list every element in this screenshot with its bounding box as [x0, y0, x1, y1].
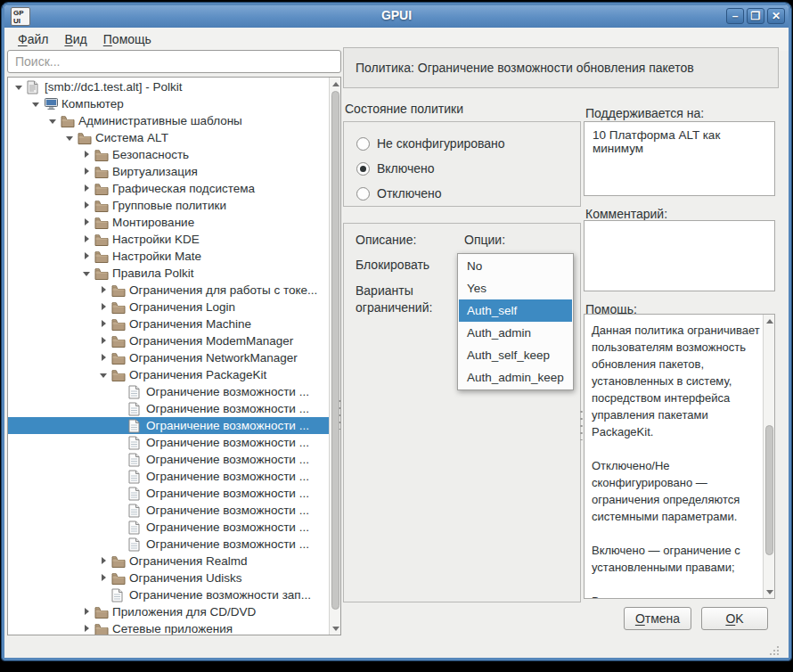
- expander-spacer: [115, 417, 128, 434]
- tree-item[interactable]: Ограничение возможности ...: [8, 519, 328, 536]
- expander-icon[interactable]: [98, 570, 111, 586]
- close-button[interactable]: ✕: [767, 8, 785, 24]
- tree-item-label: Приложения для CD/DVD: [110, 605, 256, 619]
- tree-item[interactable]: Приложения для CD/DVD: [8, 603, 328, 620]
- expander-icon[interactable]: [98, 316, 111, 332]
- tree-item[interactable]: Ограничение возможности ...: [8, 485, 328, 502]
- tree-item[interactable]: Групповые политики: [8, 197, 328, 214]
- expander-icon[interactable]: [13, 78, 27, 95]
- expander-icon[interactable]: [81, 180, 94, 197]
- panel-splitter[interactable]: [338, 397, 342, 430]
- menu-item-view[interactable]: Вид: [56, 29, 94, 49]
- tree-item[interactable]: Настройки Mate: [8, 248, 328, 265]
- dropdown-option[interactable]: Auth_admin: [459, 322, 572, 344]
- tree-item[interactable]: Ограничения Machine: [8, 316, 328, 332]
- tree-scrollbar[interactable]: [329, 78, 340, 635]
- document-icon: [128, 453, 144, 467]
- radio-icon[interactable]: [356, 137, 370, 151]
- expander-icon[interactable]: [81, 603, 94, 620]
- tree-item[interactable]: Ограничение возможности ...: [8, 400, 328, 417]
- tree-item[interactable]: Графическая подсистема: [8, 180, 328, 197]
- document-icon: [128, 436, 144, 450]
- help-scrollbar-thumb[interactable]: [765, 425, 773, 555]
- tree-item[interactable]: Ограничение возможности ...: [8, 536, 328, 553]
- expander-icon[interactable]: [81, 248, 94, 265]
- expander-spacer: [115, 451, 128, 468]
- expander-icon[interactable]: [47, 112, 61, 129]
- expander-icon[interactable]: [81, 163, 94, 180]
- expander-icon[interactable]: [81, 146, 94, 163]
- tree-scrollbar-thumb[interactable]: [331, 91, 339, 610]
- expander-icon[interactable]: [98, 282, 111, 299]
- tree-item[interactable]: Компьютер: [8, 95, 328, 112]
- tree-item[interactable]: Правила Polkit: [8, 265, 328, 282]
- document-icon: [111, 588, 127, 602]
- policy-state-option[interactable]: Отключено: [356, 183, 580, 204]
- dropdown-option[interactable]: Yes: [459, 277, 572, 299]
- tree-item[interactable]: Ограничения Login: [8, 299, 328, 316]
- tree-item[interactable]: Административные шаблоны: [8, 112, 328, 129]
- tree-item[interactable]: Монтирование: [8, 214, 328, 231]
- state-group-label: Состояние политики: [345, 102, 463, 116]
- expander-icon[interactable]: [81, 620, 94, 635]
- expander-icon[interactable]: [81, 265, 94, 282]
- scroll-up-icon[interactable]: [764, 315, 775, 327]
- tree-item[interactable]: Ограничение возможности ...: [8, 468, 328, 485]
- tree-item[interactable]: Безопасность: [8, 146, 328, 163]
- tree-item[interactable]: Ограничение возможности ...: [8, 502, 328, 519]
- expander-icon[interactable]: [98, 349, 111, 366]
- dropdown-option[interactable]: Auth_self_keep: [459, 344, 572, 366]
- tree-item-label: Ограничение возможности ...: [144, 487, 309, 500]
- tree-item[interactable]: Ограничения для работы с токе...: [8, 282, 328, 299]
- dropdown-option[interactable]: Auth_self: [459, 299, 572, 322]
- expander-icon[interactable]: [64, 129, 78, 146]
- scroll-down-icon[interactable]: [764, 586, 775, 598]
- tree-item[interactable]: [smb://dc1.test.alt] - Polkit: [8, 78, 328, 95]
- tree-item[interactable]: Ограничение возможности ...: [8, 451, 328, 468]
- expander-icon[interactable]: [98, 332, 111, 349]
- expander-icon[interactable]: [98, 299, 111, 316]
- tree-item[interactable]: Ограничения PackageKit: [8, 366, 328, 383]
- help-scrollbar[interactable]: [763, 315, 774, 598]
- expander-icon[interactable]: [98, 553, 111, 570]
- expander-icon[interactable]: [81, 214, 94, 231]
- radio-checked-icon[interactable]: [356, 162, 370, 176]
- tree-item[interactable]: Ограничение возможности ...: [8, 434, 328, 451]
- tree-item[interactable]: Виртуализация: [8, 163, 328, 180]
- ok-button[interactable]: OK: [701, 607, 768, 630]
- maximize-button[interactable]: ❐: [747, 8, 764, 24]
- expander-icon[interactable]: [81, 197, 94, 214]
- tree-item[interactable]: Сетевые приложения: [8, 620, 328, 635]
- tree-item[interactable]: Настройки KDE: [8, 231, 328, 248]
- scroll-down-icon[interactable]: [330, 622, 341, 635]
- minimize-button[interactable]: –: [726, 8, 744, 24]
- expander-icon[interactable]: [98, 366, 111, 383]
- supported-on-field[interactable]: 10 Платформа ALT как минимум: [584, 121, 775, 196]
- menu-item-help[interactable]: Помощь: [95, 29, 159, 49]
- tree-item[interactable]: Ограничение возможности ...: [8, 417, 341, 434]
- policy-state-option[interactable]: Включено: [356, 158, 580, 179]
- cancel-button[interactable]: Отмена: [624, 607, 691, 630]
- menu-item-file[interactable]: Файл: [10, 29, 56, 49]
- radio-icon[interactable]: [356, 187, 370, 201]
- scroll-up-icon[interactable]: [330, 78, 341, 90]
- tree-item[interactable]: Ограничения NetworkManager: [8, 349, 328, 366]
- tree-item-label: Графическая подсистема: [110, 182, 255, 195]
- policy-header: Политика: Ограничение возможности обновл…: [343, 47, 779, 88]
- policy-state-option[interactable]: Не сконфигурировано: [356, 133, 580, 154]
- tree-item[interactable]: Ограничения Realmd: [8, 553, 328, 570]
- tree-item[interactable]: Ограничение возможности зап...: [8, 586, 328, 603]
- search-input[interactable]: [7, 50, 341, 73]
- dropdown-option[interactable]: No: [459, 255, 572, 277]
- dropdown-option[interactable]: Auth_admin_keep: [459, 366, 572, 389]
- expander-icon[interactable]: [81, 231, 94, 248]
- resize-grip[interactable]: [769, 645, 780, 656]
- minimize-icon: –: [732, 10, 739, 22]
- expander-icon[interactable]: [30, 95, 44, 112]
- tree-item[interactable]: Ограничения Udisks: [8, 570, 328, 586]
- tree-item[interactable]: Ограничения ModemManager: [8, 332, 328, 349]
- comment-field[interactable]: [584, 220, 775, 291]
- tree-item[interactable]: Ограничение возможности ...: [8, 383, 328, 400]
- tree-item[interactable]: Система ALT: [8, 129, 328, 146]
- app-window: GP UI GPUI –❐✕ ФайлВидПомощь [smb://dc1.…: [2, 3, 791, 660]
